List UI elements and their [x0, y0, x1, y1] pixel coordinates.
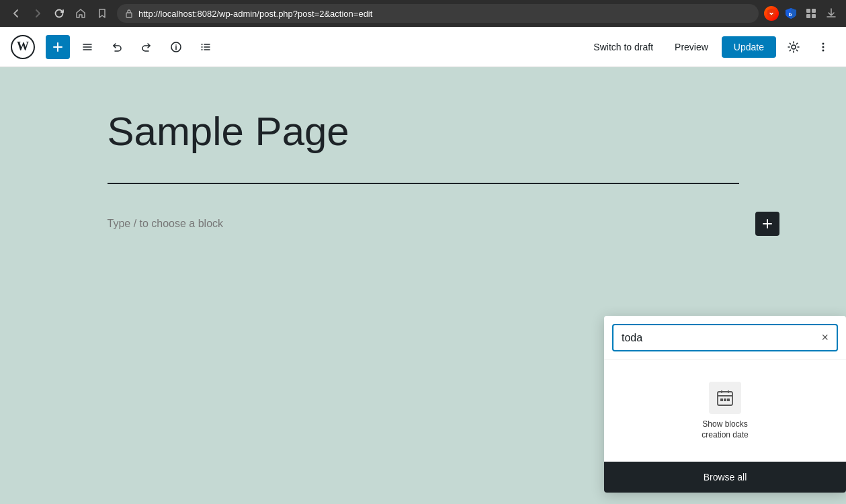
- lock-icon: [125, 9, 133, 18]
- separator-block: [108, 183, 739, 184]
- browser-extensions: b: [764, 5, 839, 22]
- bookmark-button[interactable]: [93, 4, 112, 23]
- svg-rect-12: [721, 390, 722, 393]
- wp-logo-text: W: [17, 40, 29, 54]
- browser-nav: [7, 4, 112, 23]
- browse-all-bar[interactable]: Browse all: [604, 462, 846, 493]
- switch-to-draft-button[interactable]: Switch to draft: [585, 38, 661, 56]
- redo-button[interactable]: [134, 35, 159, 59]
- address-bar[interactable]: http://localhost:8082/wp-admin/post.php?…: [117, 4, 759, 23]
- add-block-button[interactable]: [46, 35, 70, 59]
- svg-rect-5: [812, 14, 816, 18]
- browser-chrome: http://localhost:8082/wp-admin/post.php?…: [0, 0, 846, 27]
- browse-all-text: Browse all: [704, 472, 747, 482]
- svg-rect-4: [806, 14, 810, 18]
- undo-button[interactable]: [105, 35, 129, 59]
- block-item-post-date[interactable]: Show blockscreation date: [618, 374, 833, 448]
- add-block-inline-button[interactable]: [755, 212, 779, 236]
- info-button[interactable]: [164, 35, 188, 59]
- svg-point-9: [822, 46, 824, 48]
- wp-logo[interactable]: W: [11, 35, 35, 59]
- block-results: Show blockscreation date: [604, 360, 846, 462]
- settings-button[interactable]: [781, 35, 806, 59]
- svg-rect-16: [727, 398, 730, 401]
- more-options-button[interactable]: [811, 35, 835, 59]
- svg-rect-15: [724, 398, 726, 401]
- svg-rect-3: [812, 9, 816, 13]
- url-display: http://localhost:8082/wp-admin/post.php?…: [138, 9, 372, 19]
- block-placeholder[interactable]: Type / to choose a block: [108, 211, 739, 237]
- svg-rect-2: [806, 9, 810, 13]
- update-button[interactable]: Update: [722, 36, 776, 58]
- svg-rect-13: [728, 390, 729, 393]
- forward-button[interactable]: [28, 4, 47, 23]
- wp-toolbar: W Switch to draft Preview Update: [0, 27, 846, 67]
- downloads-icon[interactable]: [823, 5, 839, 22]
- back-button[interactable]: [7, 4, 26, 23]
- extensions-icon[interactable]: [803, 5, 819, 22]
- home-button[interactable]: [71, 4, 90, 23]
- block-inserter-popup: × Show blockscreation date: [604, 316, 846, 493]
- brave-shield-icon[interactable]: [764, 6, 779, 21]
- preview-button[interactable]: Preview: [667, 38, 716, 56]
- svg-rect-14: [720, 398, 723, 401]
- block-search-input[interactable]: [622, 332, 816, 344]
- svg-point-7: [792, 45, 796, 49]
- block-item-post-date-icon: [709, 382, 741, 414]
- svg-point-10: [822, 49, 824, 51]
- editor-content: Sample Page Type / to choose a block: [54, 67, 793, 277]
- svg-rect-0: [126, 13, 132, 17]
- list-view-button[interactable]: [194, 35, 218, 59]
- editor-area: Sample Page Type / to choose a block ×: [0, 67, 846, 504]
- page-title[interactable]: Sample Page: [108, 108, 739, 156]
- svg-text:b: b: [789, 11, 792, 17]
- refresh-button[interactable]: [50, 4, 69, 23]
- block-search-wrapper: ×: [612, 324, 838, 351]
- bitwarden-icon[interactable]: b: [783, 5, 799, 22]
- block-search-area: ×: [604, 316, 846, 360]
- svg-point-8: [822, 42, 824, 44]
- tools-button[interactable]: [75, 35, 99, 59]
- block-item-post-date-label: Show blockscreation date: [702, 419, 748, 440]
- block-search-clear-button[interactable]: ×: [821, 331, 829, 345]
